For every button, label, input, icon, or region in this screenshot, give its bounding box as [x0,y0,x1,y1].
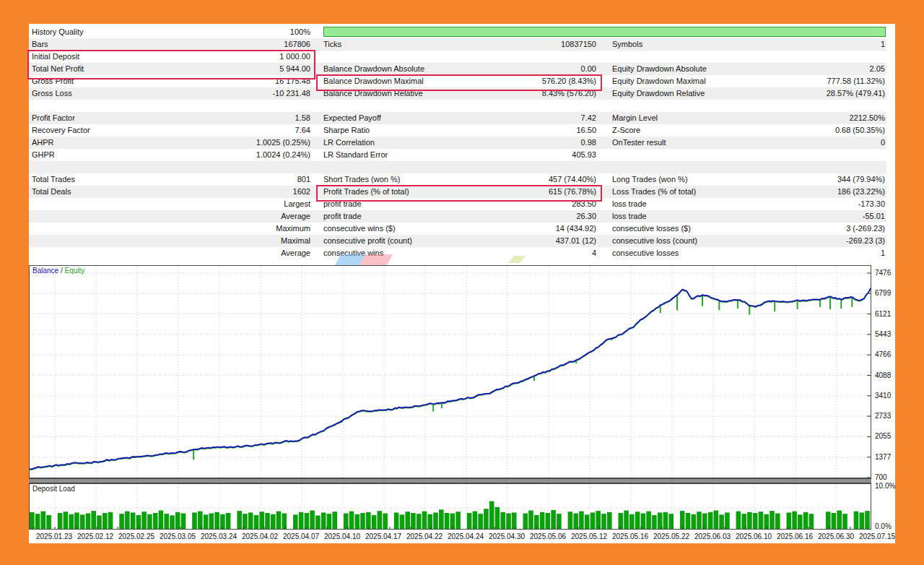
stat-label: Z-Score [612,124,640,137]
stat-value: 1.0025 (0.25%) [116,137,310,149]
stat-value: 3 (-269.23) [719,223,885,235]
stat-value: 100% [116,26,310,38]
stat-value: -269.23 (3) [719,235,885,247]
stat-label: AHPR [32,137,54,149]
stat-label: Equity Drawdown Relative [612,87,705,100]
table-row: Recovery Factor7.64Sharpe Ratio16.50Z-Sc… [29,124,886,137]
stat-label: History Quality [32,26,84,38]
y-axis-tick-label: 5443 [875,330,891,338]
stat-value: 28.57% (479.41) [719,87,885,100]
balance-equity-chart: Balance / Equity [29,265,871,478]
stat-value: 457 (74.40%) [430,173,596,186]
stat-value: 7.64 [116,124,310,137]
y-axis-tick-label: 6799 [875,289,891,297]
stat-label: Equity Drawdown Absolute [612,63,707,75]
stat-label: LR Correlation [323,137,375,149]
stat-value: 10837150 [430,38,596,51]
stat-value: 2.05 [719,63,885,75]
stat-value: 801 [116,173,310,186]
balance-equity-plot [30,266,871,478]
x-axis-date-label: 2025.07.15 [852,532,902,540]
table-row: AHPR1.0025 (0.25%)LR Correlation0.98OnTe… [29,137,886,149]
stat-value: -55.01 [719,210,885,223]
y-axis-tick-label: 4766 [875,350,891,358]
stat-label: Recovery Factor [32,124,90,137]
stat-value: 0.68 (50.35%) [719,124,885,137]
report-content-area: History Quality100%Bars167806Ticks108371… [29,24,895,543]
y-axis-tick-label: 3410 [875,392,891,400]
stat-value: 0 [719,137,885,149]
table-row [29,161,886,173]
stat-label: Expected Payoff [323,112,381,124]
stat-value: 7.42 [430,112,596,124]
stat-label: Long Trades (won %) [612,173,688,186]
stat-value: Largest [116,198,310,210]
stat-label: Bars [32,38,48,51]
stat-value: 405.93 [430,149,596,161]
stat-label: Total Deals [32,186,71,198]
stat-label: Loss Trades (% of total) [612,186,696,198]
stat-value: -10 231.48 [116,87,310,100]
stat-value: Average [116,247,310,259]
deposit-load-max-label: 10.0% [875,482,895,490]
stat-label: Ticks [323,38,341,51]
legend-equity-label: Equity [64,267,84,275]
table-row: Total Trades801Short Trades (won %)457 (… [29,173,886,186]
y-axis-tick-label: 6121 [875,310,891,318]
stat-label: OnTester result [612,137,666,149]
stat-label: GHPR [32,149,55,161]
stat-value: 777.58 (11.32%) [719,75,885,87]
table-row [29,100,886,112]
y-axis-tick-label: 2055 [875,432,891,440]
stat-label: LR Standard Error [323,149,388,161]
y-axis-tick-label: 1377 [875,453,891,461]
table-row: Maximalconsecutive profit (count)437.01 … [29,235,886,247]
highlight-box-profit-trades [316,185,602,202]
table-row: Maximumconsecutive wins ($)14 (434.92)co… [29,223,886,235]
highlight-box-initial-deposit-net-profit [27,50,315,79]
history-quality-progress-bar [323,27,886,37]
stat-label: consecutive profit (count) [323,235,412,247]
stat-value: 186 (23.22%) [719,186,885,198]
table-row: Averageconsecutive wins4consecutive loss… [29,247,886,259]
y-axis-tick-label: 4088 [875,371,891,379]
stat-value: 437.01 (12) [430,235,596,247]
stat-value: 2212.50% [719,112,885,124]
deposit-load-chart: Deposit Load [29,483,871,530]
table-row: GHPR1.0024 (0.24%)LR Standard Error405.9… [29,149,886,161]
table-row: Profit Factor1.58Expected Payoff7.42Marg… [29,112,886,124]
mt5-backtest-report: { "colors": { "frame_orange": "#F6862D",… [0,0,924,565]
watermark-shape [359,254,393,265]
stat-value: Maximal [116,235,310,247]
y-axis-tick-label: 700 [875,473,887,481]
stat-label: consecutive losses [612,247,679,259]
stat-value: 344 (79.94%) [719,173,885,186]
deposit-load-min-label: 0.0% [875,522,892,530]
stat-value: 1602 [116,186,310,198]
table-row: Averageprofit trade26.30loss trade-55.01 [29,210,886,223]
chart-legend: Balance / Equity [32,267,84,275]
stat-label: Equity Drawdown Maximal [612,75,706,87]
stat-value: 167806 [116,38,310,51]
stat-label: Symbols [612,38,642,51]
panel-splitter[interactable] [29,478,871,483]
stat-label: Gross Loss [32,87,72,100]
stat-value: 1 [719,38,885,51]
stat-value: 1 [719,247,885,259]
stat-label: Margin Level [612,112,658,124]
y-axis-tick-label: 2733 [875,412,891,420]
stat-value: 16.50 [430,124,596,137]
stat-label: profit trade [323,210,362,223]
deposit-load-plot [30,484,871,529]
stat-value: 0.00 [430,63,596,75]
legend-balance-label: Balance [32,267,58,275]
stat-value: Maximum [116,223,310,235]
highlight-box-balance-drawdown-maximal [316,74,602,91]
stat-value: Average [116,210,310,223]
stat-label: consecutive loss (count) [612,235,697,247]
stat-value: 1.0024 (0.24%) [116,149,310,161]
stat-value: -173.30 [719,198,885,210]
stat-label: loss trade [612,198,647,210]
deposit-load-title: Deposit Load [32,485,75,493]
x-axis-date-labels: 2025.01.232025.02.122025.02.252025.03.05… [29,532,895,543]
